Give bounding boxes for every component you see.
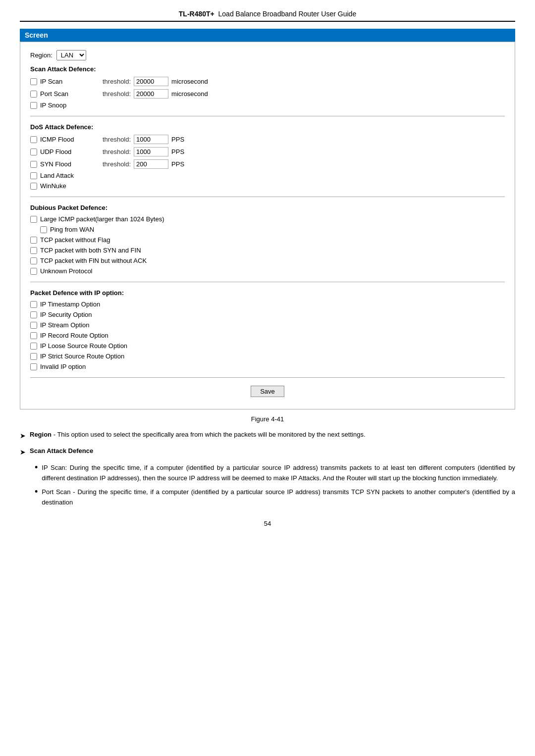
scan-attack-desc-text: Scan Attack Defence <box>30 446 515 456</box>
region-description: ➤ Region - This option used to select th… <box>20 430 515 441</box>
tcp-no-flag-row: TCP packet without Flag <box>30 236 505 244</box>
port-scan-bullet: • Port Scan - During the specific time, … <box>35 487 515 508</box>
ip-record-route-checkbox[interactable] <box>30 332 37 339</box>
divider-3 <box>30 282 505 282</box>
ip-stream-row: IP Stream Option <box>30 321 505 329</box>
large-icmp-checkbox[interactable] <box>30 216 37 223</box>
divider-2 <box>30 197 505 197</box>
divider-4 <box>30 377 505 378</box>
ip-scan-threshold-input[interactable] <box>134 77 168 86</box>
large-icmp-row: Large ICMP packet(larger than 1024 Bytes… <box>30 215 505 223</box>
screen-bar: Screen <box>20 29 515 42</box>
ip-scan-checkbox[interactable] <box>30 78 37 85</box>
packet-ip-option-section: Packet Defence with IP option: IP Timest… <box>30 289 505 370</box>
model-name: TL-R480T+ <box>179 10 214 18</box>
divider-1 <box>30 116 505 116</box>
unknown-protocol-row: Unknown Protocol <box>30 267 505 275</box>
ip-snoop-checkbox[interactable] <box>30 102 37 109</box>
winnuke-checkbox[interactable] <box>30 183 37 190</box>
port-scan-threshold-label: threshold: <box>103 90 131 98</box>
scan-attack-description: ➤ Scan Attack Defence <box>20 446 515 457</box>
tcp-fin-no-ack-checkbox[interactable] <box>30 257 37 264</box>
port-scan-bullet-text: Port Scan - During the specific time, if… <box>42 487 515 508</box>
unknown-protocol-label: Unknown Protocol <box>40 267 93 275</box>
bullet-dot-2: • <box>35 487 38 496</box>
ip-stream-checkbox[interactable] <box>30 322 37 329</box>
region-row: Region: LAN WAN <box>30 50 505 60</box>
description-section: ➤ Region - This option used to select th… <box>20 430 515 508</box>
icmp-flood-row: ICMP Flood threshold: PPS <box>30 135 505 144</box>
ip-loose-source-checkbox[interactable] <box>30 343 37 350</box>
udp-flood-row: UDP Flood threshold: PPS <box>30 147 505 156</box>
syn-flood-threshold-label: threshold: <box>103 160 131 168</box>
ip-timestamp-label: IP Timestamp Option <box>40 301 100 308</box>
syn-flood-threshold-input[interactable] <box>134 159 168 169</box>
ip-security-checkbox[interactable] <box>30 311 37 318</box>
port-scan-unit: microsecond <box>171 90 208 98</box>
ip-strict-source-label: IP Strict Source Route Option <box>40 353 124 360</box>
ip-scan-threshold-label: threshold: <box>103 78 131 85</box>
port-scan-checkbox[interactable] <box>30 91 37 98</box>
ping-wan-checkbox[interactable] <box>40 226 47 233</box>
main-content-box: Region: LAN WAN Scan Attack Defence: IP … <box>20 42 515 409</box>
ip-scan-row: IP Scan threshold: microsecond <box>30 77 505 86</box>
large-icmp-label: Large ICMP packet(larger than 1024 Bytes… <box>40 215 164 223</box>
tcp-no-flag-checkbox[interactable] <box>30 237 37 244</box>
syn-flood-label: SYN Flood <box>40 160 100 168</box>
tcp-fin-no-ack-label: TCP packet with FIN but without ACK <box>40 257 147 264</box>
scan-bullet-list: • IP Scan: During the specific time, if … <box>35 463 515 508</box>
ip-record-route-row: IP Record Route Option <box>30 332 505 339</box>
tcp-syn-fin-checkbox[interactable] <box>30 247 37 254</box>
bullet-dot-1: • <box>35 463 38 472</box>
invalid-ip-label: Invalid IP option <box>40 363 86 370</box>
guide-title: Load Balance Broadband Router User Guide <box>218 10 357 18</box>
tcp-syn-fin-label: TCP packet with both SYN and FIN <box>40 247 141 254</box>
arrow-icon-region: ➤ <box>20 430 26 441</box>
dos-attack-section: DoS Attack Defence: ICMP Flood threshold… <box>30 123 505 190</box>
page-number: 54 <box>20 520 515 527</box>
ip-security-label: IP Security Option <box>40 311 92 318</box>
udp-flood-threshold-input[interactable] <box>134 147 168 156</box>
syn-flood-row: SYN Flood threshold: PPS <box>30 159 505 169</box>
port-scan-threshold-input[interactable] <box>134 89 168 99</box>
arrow-icon-scan: ➤ <box>20 447 26 457</box>
ip-loose-source-label: IP Loose Source Route Option <box>40 342 127 350</box>
winnuke-row: WinNuke <box>30 182 505 190</box>
ip-snoop-row: IP Snoop <box>30 101 505 109</box>
ip-timestamp-checkbox[interactable] <box>30 301 37 308</box>
icmp-flood-threshold-label: threshold: <box>103 136 131 143</box>
icmp-flood-unit: PPS <box>171 136 184 143</box>
save-button[interactable]: Save <box>251 386 284 397</box>
unknown-protocol-checkbox[interactable] <box>30 268 37 275</box>
udp-flood-threshold-label: threshold: <box>103 148 131 155</box>
udp-flood-checkbox[interactable] <box>30 149 37 155</box>
region-label: Region: <box>30 51 53 59</box>
figure-caption: Figure 4-41 <box>20 415 515 423</box>
udp-flood-unit: PPS <box>171 148 184 155</box>
invalid-ip-row: Invalid IP option <box>30 363 505 370</box>
ip-scan-label: IP Scan <box>40 78 100 85</box>
packet-ip-option-title: Packet Defence with IP option: <box>30 289 505 297</box>
tcp-syn-fin-row: TCP packet with both SYN and FIN <box>30 247 505 254</box>
ip-stream-label: IP Stream Option <box>40 321 89 329</box>
icmp-flood-threshold-input[interactable] <box>134 135 168 144</box>
ip-scan-unit: microsecond <box>171 78 208 85</box>
winnuke-label: WinNuke <box>40 182 66 190</box>
icmp-flood-label: ICMP Flood <box>40 136 100 143</box>
syn-flood-checkbox[interactable] <box>30 161 37 168</box>
syn-flood-unit: PPS <box>171 160 184 168</box>
icmp-flood-checkbox[interactable] <box>30 136 37 143</box>
udp-flood-label: UDP Flood <box>40 148 100 155</box>
scan-attack-section: Scan Attack Defence: IP Scan threshold: … <box>30 65 505 109</box>
ip-scan-bullet: • IP Scan: During the specific time, if … <box>35 463 515 484</box>
ip-scan-bullet-text: IP Scan: During the specific time, if a … <box>42 463 515 484</box>
page-header: TL-R480T+ Load Balance Broadband Router … <box>20 10 515 22</box>
ip-strict-source-checkbox[interactable] <box>30 353 37 360</box>
dos-attack-title: DoS Attack Defence: <box>30 123 505 131</box>
scan-attack-title: Scan Attack Defence: <box>30 65 505 73</box>
region-select[interactable]: LAN WAN <box>56 50 86 60</box>
land-attack-checkbox[interactable] <box>30 172 37 179</box>
ip-record-route-label: IP Record Route Option <box>40 332 108 339</box>
invalid-ip-checkbox[interactable] <box>30 363 37 370</box>
ip-loose-source-row: IP Loose Source Route Option <box>30 342 505 350</box>
